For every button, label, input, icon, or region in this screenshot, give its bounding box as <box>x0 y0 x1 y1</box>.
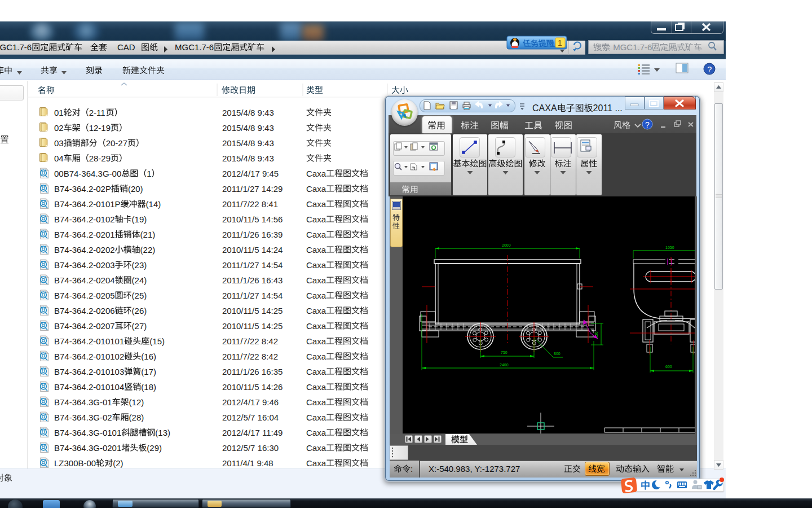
svg-text:20-27: 20-27 <box>106 138 127 148</box>
svg-text:Caxa: Caxa <box>306 443 326 453</box>
svg-text:600: 600 <box>665 365 672 369</box>
svg-text:MGC1.7-6: MGC1.7-6 <box>0 42 32 52</box>
svg-text:Caxa: Caxa <box>306 306 326 316</box>
svg-text:(16): (16) <box>141 352 156 361</box>
svg-text:(27): (27) <box>132 321 147 331</box>
svg-text:LZ300B-00: LZ300B-00 <box>54 458 96 468</box>
svg-text:Caxa: Caxa <box>306 214 326 224</box>
svg-text:2011/1/27 14:54: 2011/1/27 14:54 <box>222 260 283 270</box>
svg-text:2011/1/26 16:35: 2011/1/26 16:35 <box>222 367 283 376</box>
svg-text:2011 ...: 2011 ... <box>593 103 623 113</box>
svg-text:28-29: 28-29 <box>89 154 111 163</box>
svg-text:2015/4/8 9:43: 2015/4/8 9:43 <box>222 138 274 148</box>
svg-text:(20): (20) <box>128 184 143 194</box>
svg-text:(15): (15) <box>149 336 165 346</box>
svg-text:(17): (17) <box>141 367 156 376</box>
svg-text:(21): (21) <box>140 230 156 239</box>
svg-text:Caxa: Caxa <box>306 336 326 346</box>
svg-text:B74-364.2-010102: B74-364.2-010102 <box>54 352 124 361</box>
svg-text:?: ? <box>645 120 650 129</box>
svg-text:?: ? <box>707 64 712 74</box>
svg-text:B74-364.2-0101P: B74-364.2-0101P <box>54 199 121 209</box>
svg-text:2015/4/8 9:43: 2015/4/8 9:43 <box>222 108 274 117</box>
svg-text:Caxa: Caxa <box>306 260 326 270</box>
svg-text:2012/5/7 16:04: 2012/5/7 16:04 <box>222 413 279 422</box>
svg-text:04: 04 <box>54 154 64 163</box>
svg-text:2000: 2000 <box>502 243 511 247</box>
svg-text:2012/5/7 16:30: 2012/5/7 16:30 <box>222 443 279 453</box>
svg-text:B74-364.3G-0101: B74-364.3G-0101 <box>54 428 121 437</box>
svg-text:2011/7/22 8:42: 2011/7/22 8:42 <box>222 336 278 346</box>
svg-text:Caxa: Caxa <box>306 397 326 407</box>
svg-text:1: 1 <box>558 38 562 47</box>
svg-text:B74-364.2-0206: B74-364.2-0206 <box>54 306 115 316</box>
svg-text:03: 03 <box>54 138 64 148</box>
svg-text:2-11: 2-11 <box>89 108 105 117</box>
svg-text:B74-364.2-010104: B74-364.2-010104 <box>54 382 124 392</box>
svg-text:Caxa: Caxa <box>306 413 326 422</box>
svg-text:(19): (19) <box>132 214 147 224</box>
svg-text:02: 02 <box>54 123 64 133</box>
svg-text:Caxa: Caxa <box>306 230 326 239</box>
svg-text:(29): (29) <box>147 443 162 453</box>
svg-text:2010/11/5 14:26: 2010/11/5 14:26 <box>222 382 283 392</box>
svg-text:B74-364.2-0202: B74-364.2-0202 <box>54 245 115 255</box>
svg-text:12-19: 12-19 <box>89 123 111 133</box>
svg-text:2012/4/17 11:49: 2012/4/17 11:49 <box>222 428 283 437</box>
svg-text:B74-364.2-0204: B74-364.2-0204 <box>54 275 115 285</box>
svg-text:Caxa: Caxa <box>306 199 326 209</box>
svg-text:750: 750 <box>501 351 508 354</box>
svg-text:Caxa: Caxa <box>306 275 326 285</box>
svg-text:(14): (14) <box>146 199 161 209</box>
svg-text:00B74-364.3G-00: 00B74-364.3G-00 <box>54 169 121 178</box>
svg-text:CAD: CAD <box>117 42 135 52</box>
svg-text:2012/4/17 9:46: 2012/4/17 9:46 <box>222 397 279 407</box>
svg-text:Caxa: Caxa <box>306 321 326 331</box>
svg-text:B74-364.2-010103: B74-364.2-010103 <box>54 367 124 376</box>
svg-text:2011/1/27 14:29: 2011/1/27 14:29 <box>222 184 283 194</box>
svg-text:B74-364.3G-01: B74-364.3G-01 <box>54 397 112 407</box>
svg-text:Caxa: Caxa <box>306 184 326 194</box>
svg-text:(12): (12) <box>129 397 144 407</box>
svg-text:2015/4/8 9:43: 2015/4/8 9:43 <box>222 123 274 133</box>
svg-text:Caxa: Caxa <box>306 245 326 255</box>
svg-text:2011/1/27 14:54: 2011/1/27 14:54 <box>222 291 283 300</box>
svg-text:B74-364.2-0205: B74-364.2-0205 <box>54 291 115 300</box>
svg-text:(25): (25) <box>132 291 147 300</box>
svg-text:(22): (22) <box>140 245 156 255</box>
svg-text:B74-364.2-02P: B74-364.2-02P <box>54 184 111 194</box>
svg-text:2011/7/22 8:41: 2011/7/22 8:41 <box>222 199 278 209</box>
svg-text:Caxa: Caxa <box>306 458 326 468</box>
svg-text:(24): (24) <box>132 275 147 285</box>
svg-text:Caxa: Caxa <box>306 428 326 437</box>
svg-text:Caxa: Caxa <box>306 169 326 178</box>
svg-text:2010/11/5 14:24: 2010/11/5 14:24 <box>222 245 283 255</box>
svg-text:MGC1.7-6: MGC1.7-6 <box>611 42 652 52</box>
svg-text:(13): (13) <box>155 428 170 437</box>
svg-text:2400: 2400 <box>500 363 509 367</box>
svg-text:B74-364.2-010101: B74-364.2-010101 <box>54 336 124 346</box>
svg-text:B74-364.2-0203: B74-364.2-0203 <box>54 260 115 270</box>
svg-text:01: 01 <box>54 108 64 117</box>
svg-text:(23): (23) <box>132 260 147 270</box>
svg-text:2012/4/17 9:45: 2012/4/17 9:45 <box>222 169 279 178</box>
svg-text:2010/11/5 14:25: 2010/11/5 14:25 <box>222 321 283 331</box>
svg-text:MGC1.7-6: MGC1.7-6 <box>175 42 214 52</box>
svg-text:1050: 1050 <box>665 246 674 249</box>
svg-text:B74-364.3G-0201: B74-364.3G-0201 <box>54 443 121 453</box>
svg-text:B74-364.2-0207: B74-364.2-0207 <box>54 321 115 331</box>
svg-text:2011/4/1 9:48: 2011/4/1 9:48 <box>222 458 273 468</box>
svg-text:2011/7/22 8:42: 2011/7/22 8:42 <box>222 352 278 361</box>
svg-text:2011/1/26 16:39: 2011/1/26 16:39 <box>222 230 283 239</box>
svg-text:(26): (26) <box>132 306 147 316</box>
svg-text:2010/11/5 14:56: 2010/11/5 14:56 <box>222 214 283 224</box>
svg-text::: : <box>411 464 413 474</box>
svg-text:Caxa: Caxa <box>306 352 326 361</box>
svg-text:(18): (18) <box>141 382 156 392</box>
svg-text:X:-540.983, Y:-1273.727: X:-540.983, Y:-1273.727 <box>429 464 520 474</box>
svg-text:(28): (28) <box>129 413 144 422</box>
svg-text:2011/1/26 16:43: 2011/1/26 16:43 <box>222 275 283 285</box>
svg-text:2015/4/8 9:43: 2015/4/8 9:43 <box>222 154 274 163</box>
svg-text:Caxa: Caxa <box>306 382 326 392</box>
svg-text:Caxa: Caxa <box>306 291 326 300</box>
